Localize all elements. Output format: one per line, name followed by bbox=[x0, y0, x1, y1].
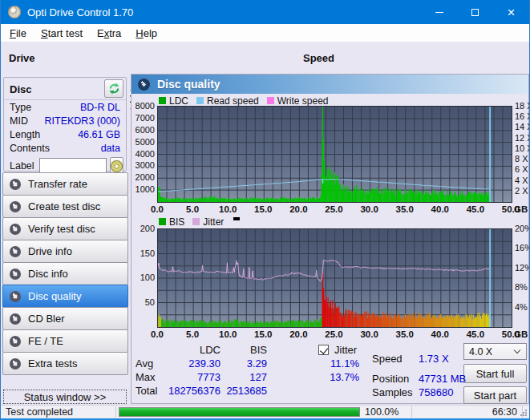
label-caption: Label bbox=[10, 160, 34, 172]
y-left-tick: 100 bbox=[131, 273, 155, 282]
status-window-button[interactable]: Status window >> bbox=[3, 390, 127, 404]
disc-info-row-mid: MIDRITEKDR3 (000) bbox=[4, 114, 126, 127]
disc-quality-panel: Disc quality LDCRead speedWrite speed 10… bbox=[131, 74, 529, 404]
y-right-tick: 4% bbox=[515, 302, 530, 312]
y-left-tick: 1000 bbox=[131, 184, 155, 194]
sidebar-item-transfer-rate[interactable]: Transfer rate bbox=[2, 172, 128, 196]
x-tick: 0.0 bbox=[144, 204, 170, 214]
disc-refresh-button[interactable] bbox=[104, 79, 123, 98]
disc-icon bbox=[10, 291, 21, 302]
progress-fill bbox=[119, 408, 359, 416]
x-tick: 15.0 bbox=[250, 329, 276, 339]
stat-info-label-samples: Samples bbox=[372, 386, 419, 398]
x-axis-unit: GB bbox=[514, 329, 530, 339]
x-tick: 40.0 bbox=[427, 329, 453, 339]
bis-jitter-plot-area bbox=[157, 228, 512, 328]
disc-icon bbox=[10, 179, 21, 190]
menu-start-test[interactable]: Start test bbox=[34, 26, 90, 41]
sidebar-item-drive-info[interactable]: Drive info bbox=[2, 240, 128, 263]
disc-icon bbox=[10, 336, 21, 347]
disc-icon bbox=[10, 313, 21, 325]
legend-swatch bbox=[159, 97, 166, 104]
resize-grip[interactable] bbox=[520, 409, 528, 417]
sidebar-item-disc-info[interactable]: Disc info bbox=[2, 262, 128, 285]
y-right-tick: 18 X bbox=[515, 101, 530, 111]
x-tick: 30.0 bbox=[357, 204, 382, 214]
x-tick: 20.0 bbox=[285, 204, 311, 214]
y-left-tick: 150 bbox=[131, 248, 155, 258]
sidebar-item-fe-te[interactable]: FE / TE bbox=[2, 329, 128, 353]
legend-extra-mark bbox=[233, 217, 240, 220]
y-right-tick: 16 X bbox=[515, 111, 530, 121]
sidebar-item-label: FE / TE bbox=[28, 335, 63, 347]
sidebar-item-label: Create test disc bbox=[28, 200, 100, 212]
sidebar-item-create-test-disc[interactable]: Create test disc bbox=[2, 195, 128, 218]
info-value: BD-R DL bbox=[80, 102, 120, 113]
y-right-tick: 16% bbox=[515, 243, 530, 252]
sidebar-item-verify-test-disc[interactable]: Verify test disc bbox=[2, 217, 128, 240]
disc-icon bbox=[10, 201, 21, 212]
sidebar-item-disc-quality[interactable]: Disc quality bbox=[2, 285, 128, 308]
ldc-plot-area bbox=[157, 106, 512, 203]
x-tick: 15.0 bbox=[250, 204, 276, 214]
speed-label: Speed bbox=[303, 52, 334, 64]
legend-swatch bbox=[267, 97, 274, 104]
stat-bis-max: 127 bbox=[211, 371, 267, 383]
x-tick: 10.0 bbox=[215, 329, 241, 339]
y-right-tick: 12% bbox=[515, 263, 530, 273]
sidebar-item-label: Disc quality bbox=[28, 290, 81, 302]
statusbar: Test completed 100.0% 66:30 bbox=[1, 405, 529, 418]
disc-info-panel: Disc TypeBD-R DLMIDRITEKDR3 (000)Length4… bbox=[3, 77, 127, 172]
y-right-tick: 8% bbox=[515, 282, 530, 292]
disc-icon bbox=[111, 160, 123, 172]
menu-file[interactable]: File bbox=[2, 26, 34, 41]
sidebar-item-cd-bler[interactable]: CD Bler bbox=[2, 307, 128, 330]
y-left-tick: 200 bbox=[131, 224, 155, 233]
ldc-chart: LDCRead speedWrite speed 100020003000400… bbox=[131, 94, 530, 216]
x-tick: 45.0 bbox=[463, 329, 488, 339]
legend-jitter: Jitter bbox=[192, 216, 224, 228]
app-window: Opti Drive Control 1.70 × FileStart test… bbox=[0, 0, 530, 420]
disc-icon bbox=[10, 358, 21, 370]
disc-info-row-type: TypeBD-R DL bbox=[4, 100, 126, 114]
stat-bis-total: 2513685 bbox=[211, 385, 267, 397]
disc-icon bbox=[10, 246, 21, 257]
legend-label: BIS bbox=[169, 216, 184, 228]
legend-label: Read speed bbox=[207, 95, 259, 107]
minimize-button[interactable] bbox=[421, 0, 457, 24]
disc-panel-title: Disc bbox=[10, 83, 31, 95]
menu-help[interactable]: Help bbox=[128, 26, 164, 41]
x-tick: 45.0 bbox=[463, 204, 488, 214]
disc-info-row-contents: Contentsdata bbox=[4, 141, 126, 155]
info-label: MID bbox=[10, 115, 28, 127]
y-right-tick: 4 X bbox=[515, 176, 530, 185]
jitter-checkbox[interactable] bbox=[318, 345, 329, 355]
window-title: Opti Drive Control 1.70 bbox=[27, 6, 133, 18]
info-value: 46.61 GB bbox=[78, 129, 120, 140]
stat-col-bis: BIS bbox=[211, 344, 267, 356]
label-input[interactable] bbox=[39, 158, 107, 174]
stat-jitter-max: 13.7% bbox=[303, 371, 359, 383]
info-value: data bbox=[101, 143, 120, 154]
y-right-tick: 12 X bbox=[515, 133, 530, 143]
elapsed-time: 66:30 bbox=[418, 406, 517, 418]
legend-label: Write speed bbox=[277, 95, 329, 107]
y-right-tick: 10 X bbox=[515, 143, 530, 153]
legend-swatch bbox=[192, 218, 200, 225]
bis-jitter-chart: BISJitter 501001502004%8%12%16%20%0.05.0… bbox=[131, 216, 530, 342]
sidebar-item-extra-tests[interactable]: Extra tests bbox=[2, 352, 128, 375]
maximize-button[interactable] bbox=[457, 0, 493, 24]
stats-area: 4.0 X Start full Start part LDCBISJitter… bbox=[131, 341, 530, 405]
progress-percent: 100.0% bbox=[365, 406, 399, 418]
menu-extra[interactable]: Extra bbox=[90, 26, 128, 41]
sidebar-item-label: Transfer rate bbox=[28, 178, 87, 190]
y-left-tick: 4000 bbox=[131, 149, 155, 159]
menubar: FileStart testExtraHelp bbox=[1, 24, 529, 42]
close-button[interactable]: × bbox=[493, 0, 529, 24]
sidebar-item-label: Disc info bbox=[28, 268, 68, 280]
minimize-icon bbox=[435, 12, 443, 13]
titlebar: Opti Drive Control 1.70 × bbox=[1, 0, 529, 24]
x-tick: 35.0 bbox=[392, 204, 418, 214]
legend-write-speed: Write speed bbox=[267, 95, 329, 107]
y-left-tick: 3000 bbox=[131, 160, 155, 170]
